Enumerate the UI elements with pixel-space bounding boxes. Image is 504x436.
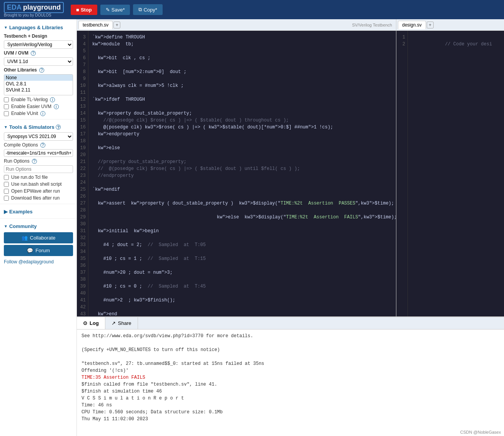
use-run-do-checkbox[interactable] [4,175,9,180]
other-libs-row: Other Libraries ? [0,67,77,73]
simulator-select[interactable]: Synopsys VCS 2021.09 Icarus Verilog [4,132,73,141]
share-tab-label: Share [118,320,131,326]
run-options-input[interactable] [4,165,73,173]
copy-icon: ⧉ [138,7,142,13]
enable-tl-row: Enable TL-Verilog i [0,96,77,103]
eda-logo-text: EDA [7,3,22,12]
enable-vunit-label: Enable VUnit [11,111,38,116]
language-select[interactable]: SystemVerilog/Verilog [4,40,73,49]
testbench-design-label: Testbench + Design [0,32,77,40]
design-code-area[interactable]: 1 2 // Code your desi [396,31,504,316]
copy-button[interactable]: ⧉ Copy* [133,4,162,15]
enable-tl-checkbox[interactable] [4,97,9,102]
enable-tl-label: Enable TL-Verilog [11,97,48,102]
tools-label: Tools & Simulators [9,124,55,130]
log-area: ⊙ Log ↗ Share See http://www.eda.org/svd… [77,317,504,436]
enable-tl-info-icon[interactable]: i [50,97,55,102]
code-content[interactable]: `kw">define THROUGHkw">module tb; kw">bi… [88,31,396,316]
lib-item-ovl[interactable]: OVL 2.8.1 [4,81,73,87]
header: EDA playground Brought to you by DOULOS … [0,0,504,19]
use-run-bash-row: Use run.bash shell script [0,181,77,188]
save-icon: ✎ [106,7,110,13]
design-tab[interactable]: design.sv [398,21,426,29]
tools-section-title[interactable]: ▼ Tools & Simulators ? [0,122,77,131]
forum-label: Forum [35,248,50,253]
design-tabs-bar: design.sv + [396,19,504,31]
uvm-label: UVM / OVM [4,50,28,56]
collaborate-icon: 👥 [22,235,28,241]
other-libs-info-icon[interactable]: ? [39,68,44,73]
community-arrow-icon: ▼ [4,224,8,228]
compile-options-label: Compile Options [4,142,38,148]
share-icon: ↗ [111,320,116,326]
collaborate-button[interactable]: 👥 Collaborate [4,232,73,243]
compile-options-row: Compile Options ? [0,141,77,148]
log-tab-label: Log [90,320,99,326]
examples-arrow-icon: ▶ [4,209,8,215]
log-tabs-bar: ⊙ Log ↗ Share [77,317,504,329]
design-code-content: // Code your desi [408,31,504,316]
tools-arrow-icon: ▼ [4,125,8,129]
testbench-editor: testbench.sv + SV/Verilog Testbench 3456… [77,19,396,316]
run-options-row: Run Options ? [0,158,77,165]
enable-vunit-info-icon[interactable]: i [40,111,45,116]
use-run-do-label: Use run.do Tcl file [11,175,48,180]
other-libs-listbox[interactable]: None OVL 2.8.1 SVUnit 2.11 [4,74,73,95]
run-options-info-icon[interactable]: ? [32,159,37,164]
testbench-add-tab-button[interactable]: + [113,22,120,28]
examples-label: Examples [9,209,33,215]
community-label: Community [9,223,37,229]
collaborate-label: Collaborate [30,235,56,241]
uvm-info-icon[interactable]: ? [31,51,36,56]
logo-area: EDA playground Brought to you by DOULOS [4,2,64,17]
lib-item-none[interactable]: None [4,75,73,81]
stop-button[interactable]: ■ Stop [71,5,97,15]
doulos-text: Brought to you by DOULOS [4,13,51,17]
examples-section-title[interactable]: ▶ Examples [0,206,77,216]
enable-vunit-checkbox[interactable] [4,111,9,116]
uvm-row: UVM / OVM ? [0,50,77,57]
testbench-tabs-bar: testbench.sv + SV/Verilog Testbench [77,19,396,31]
testbench-code-area[interactable]: 3456789101112131415161718192021222324252… [77,31,396,316]
community-section-title[interactable]: ▼ Community [0,221,77,231]
save-button[interactable]: ✎ Save* [100,5,130,15]
stop-icon: ■ [76,7,79,13]
languages-label: Languages & Libraries [9,25,63,30]
logo-box: EDA playground [4,2,64,13]
design-editor: design.sv + 1 2 // Code your desi [396,19,504,316]
attribution: CSDN @NobleGasex [460,430,501,434]
tools-info-icon[interactable]: ? [56,125,61,130]
save-label: Save* [111,7,125,13]
other-libs-label: Other Libraries [4,67,37,73]
run-options-label: Run Options [4,158,30,164]
sidebar: ▼ Languages & Libraries Testbench + Desi… [0,19,77,436]
design-add-tab-button[interactable]: + [427,22,434,28]
enable-easier-uvm-info-icon[interactable]: i [54,104,59,109]
enable-vunit-row: Enable VUnit i [0,110,77,117]
lib-item-svunit[interactable]: SVUnit 2.11 [4,87,73,93]
download-files-row: Download files after run [0,195,77,201]
share-tab[interactable]: ↗ Share [105,317,138,329]
open-epwave-label: Open EPWave after run [11,188,60,194]
editor-area: testbench.sv + SV/Verilog Testbench 3456… [77,19,504,436]
editors-row: testbench.sv + SV/Verilog Testbench 3456… [77,19,504,317]
editor-type-label: SV/Verilog Testbench [352,23,392,27]
uvm-select[interactable]: UVM 1.1d UVM 1.2 None [4,57,73,66]
forum-icon: 💬 [27,248,33,253]
compile-options-input[interactable] [4,149,73,157]
languages-arrow-icon: ▼ [4,25,8,30]
download-files-label: Download files after run [11,195,60,201]
log-tab[interactable]: ⊙ Log [77,317,105,329]
download-files-checkbox[interactable] [4,196,9,201]
follow-link[interactable]: Follow @edaplayground [0,258,77,266]
forum-button[interactable]: 💬 Forum [4,245,73,256]
enable-easier-uvm-checkbox[interactable] [4,104,9,109]
compile-options-info-icon[interactable]: ? [40,143,45,148]
testbench-tab[interactable]: testbench.sv [78,21,113,29]
use-run-bash-checkbox[interactable] [4,182,9,187]
design-line-numbers: 1 2 [396,31,408,316]
open-epwave-row: Open EPWave after run [0,188,77,195]
open-epwave-checkbox[interactable] [4,189,9,194]
log-content: See http://www.eda.org/svdb/view.php?id=… [77,329,504,436]
languages-section-title[interactable]: ▼ Languages & Libraries [0,22,77,32]
